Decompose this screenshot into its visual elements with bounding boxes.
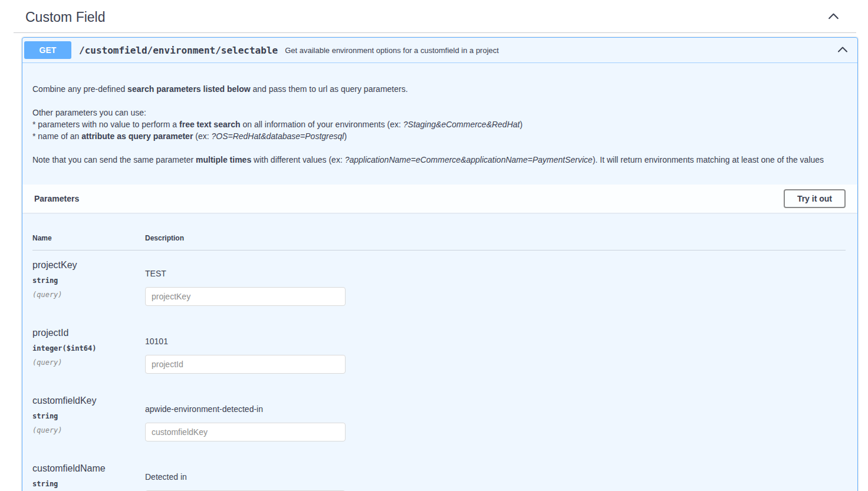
parameter-example: Detected in <box>145 472 846 482</box>
parameter-row-description-cell: 10101 <box>145 318 846 386</box>
parameters-table: Name Description projectKey string (quer… <box>32 225 846 491</box>
parameter-row-name-cell: projectId integer($int64) (query) <box>32 318 145 386</box>
parameter-value-input[interactable] <box>145 423 346 441</box>
operation-block-get: GET /customfield/environment/selectable … <box>22 37 858 491</box>
parameter-example: TEST <box>145 269 846 278</box>
parameter-type: integer($int64) <box>32 344 145 352</box>
parameter-example: apwide-environment-detected-in <box>145 404 846 414</box>
parameter-location: (query) <box>32 291 145 299</box>
http-method-badge: GET <box>24 41 71 59</box>
parameter-type: string <box>32 480 145 488</box>
parameter-row-description-cell: TEST <box>145 251 846 318</box>
parameter-type: string <box>32 412 145 420</box>
parameter-example: 10101 <box>145 337 846 346</box>
description-paragraph: Other parameters you can use:* parameter… <box>32 107 846 142</box>
parameters-section-header: Parameters Try it out <box>22 184 857 213</box>
operation-summary[interactable]: GET /customfield/environment/selectable … <box>22 38 857 63</box>
collapse-tag-button[interactable] <box>826 9 841 25</box>
parameter-value-input[interactable] <box>145 287 346 306</box>
description-paragraph: Combine any pre-defined search parameter… <box>32 83 846 95</box>
parameter-name: projectKey <box>32 260 145 271</box>
collapse-operation-button[interactable] <box>836 42 850 58</box>
parameter-type: string <box>32 276 145 285</box>
column-header-description: Description <box>145 225 846 251</box>
endpoint-summary-text: Get available environment options for a … <box>285 46 499 55</box>
parameter-location: (query) <box>32 426 145 434</box>
try-it-out-button[interactable]: Try it out <box>784 189 846 208</box>
endpoint-path: /customfield/environment/selectable <box>79 45 278 56</box>
parameter-row-name-cell: customfieldName string (query) <box>32 454 145 491</box>
parameter-value-input[interactable] <box>145 355 346 374</box>
operation-body: Combine any pre-defined search parameter… <box>22 83 857 491</box>
parameters-container: Name Description projectKey string (quer… <box>22 213 857 491</box>
parameters-title: Parameters <box>34 194 79 203</box>
tag-section-header: Custom Field <box>14 0 856 33</box>
parameter-row-description-cell: apwide-environment-detected-in <box>145 386 846 454</box>
parameter-row-name-cell: projectKey string (query) <box>32 251 145 318</box>
parameter-row-name-cell: customfieldKey string (query) <box>32 386 145 454</box>
parameter-row-description-cell: Detected in <box>145 454 846 491</box>
chevron-up-icon <box>837 44 849 57</box>
operation-description: Combine any pre-defined search parameter… <box>22 83 857 184</box>
parameter-name: customfieldKey <box>32 396 145 406</box>
parameter-location: (query) <box>32 358 145 367</box>
chevron-up-icon <box>827 10 840 24</box>
page-title: Custom Field <box>25 9 105 25</box>
parameter-name: projectId <box>32 328 145 338</box>
parameter-name: customfieldName <box>32 463 145 474</box>
description-paragraph: Note that you can send the same paramete… <box>32 154 846 166</box>
column-header-name: Name <box>32 225 145 251</box>
